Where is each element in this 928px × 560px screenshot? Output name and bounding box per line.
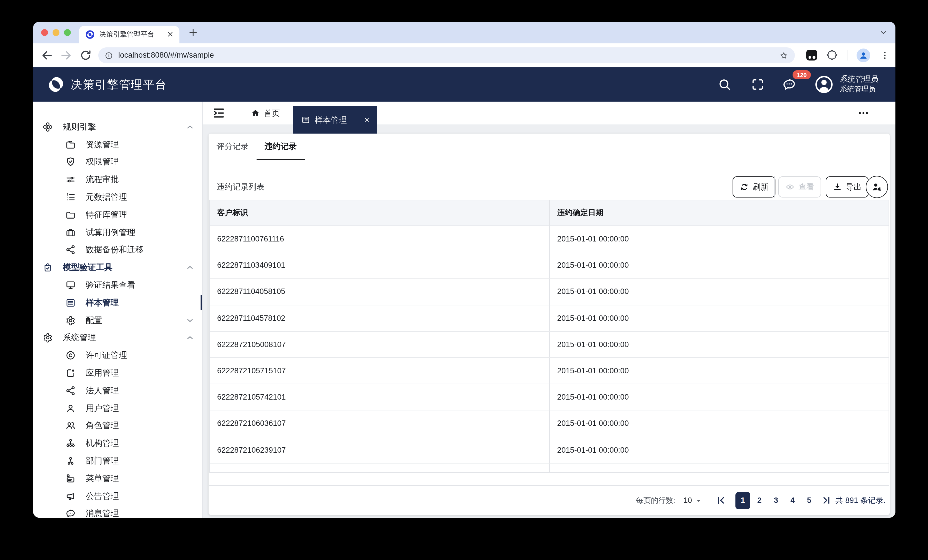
- sidebar-item-megaphone[interactable]: 公告管理: [33, 487, 202, 505]
- bookmark-star-icon[interactable]: [779, 50, 789, 60]
- sidebar-item-share-nodes[interactable]: 数据备份和迁移: [33, 241, 202, 259]
- new-tab-button[interactable]: [188, 27, 198, 38]
- table-row[interactable]: 6222872105742101 2015-01-01 00:00:00: [210, 384, 888, 411]
- sidebar-item-share-nodes[interactable]: 法人管理: [33, 382, 202, 400]
- export-button[interactable]: 导出: [826, 177, 868, 198]
- site-info-icon[interactable]: [105, 51, 113, 60]
- sidebar-item-list-numbered[interactable]: 123 元数据管理: [33, 189, 202, 206]
- sidebar-item-label: 数据备份和迁移: [86, 245, 144, 256]
- pagination-bar: 每页的行数: 10 1 2 3 4 5 共 891 条记录.: [209, 485, 889, 514]
- table-body: 6222871100761116 2015-01-01 00:00:00 622…: [210, 226, 888, 473]
- table-row[interactable]: 6222872106036107 2015-01-01 00:00:00: [210, 411, 888, 437]
- sidebar-item-label: 用户管理: [86, 403, 119, 414]
- sidebar-item-gear[interactable]: 配置: [33, 312, 202, 329]
- sidebar-item-org-tree[interactable]: 机构管理: [33, 435, 202, 452]
- page-number-button[interactable]: 1: [736, 492, 750, 509]
- sidebar-item-icon: [65, 315, 76, 326]
- sidebar-item-label: 资源管理: [86, 139, 119, 150]
- browser-menu-icon[interactable]: [880, 49, 890, 62]
- sidebar-item-shield-check[interactable]: 权限管理: [33, 153, 202, 171]
- fullscreen-icon[interactable]: [750, 77, 765, 92]
- sidebar-item-app-box[interactable]: 应用管理: [33, 364, 202, 382]
- route-tab-active-label: 样本管理: [315, 106, 347, 134]
- page-number-button[interactable]: 4: [785, 492, 800, 509]
- close-tab-icon[interactable]: [166, 30, 174, 38]
- app-logo: [46, 75, 66, 94]
- sidebar-item-icon: 123: [65, 192, 76, 202]
- rows-per-page-caret-icon[interactable]: [695, 497, 702, 505]
- browser-tab-title: 决策引擎管理平台: [99, 26, 154, 43]
- sidebar-item-people[interactable]: 角色管理: [33, 417, 202, 435]
- view-button[interactable]: 查看: [778, 177, 821, 198]
- sidebar-item-briefcase[interactable]: 试算用例管理: [33, 224, 202, 242]
- favicon: [85, 30, 95, 40]
- refresh-button[interactable]: 刷新: [733, 177, 775, 198]
- more-options-icon[interactable]: [858, 107, 869, 119]
- active-tab-underline: [256, 159, 305, 160]
- sidebar-item-bag-check[interactable]: 模型验证工具: [33, 259, 202, 277]
- table-row[interactable]: 6222872106239107 2015-01-01 00:00:00: [210, 437, 888, 463]
- page-number-button[interactable]: 3: [769, 492, 783, 509]
- sidebar-item-cluster[interactable]: 规则引擎: [33, 118, 202, 136]
- cell-customer-id: 6222871104058105: [210, 279, 550, 304]
- last-page-icon[interactable]: [821, 495, 832, 506]
- back-button[interactable]: [40, 49, 54, 62]
- content-card: 评分记录 违约记录 违约记录列表 刷新 查看 导出: [209, 134, 890, 515]
- sidebar-menu: 规则引擎 资源管理 权限管理 流程审批 123 元数据管理 特征库管理 试算用例…: [33, 118, 202, 518]
- route-tab-home-label: 首页: [264, 102, 280, 125]
- table-row[interactable]: 6222871104578102 2015-01-01 00:00:00: [210, 305, 888, 332]
- sidebar-item-monitor[interactable]: 验证结果查看: [33, 276, 202, 294]
- sidebar-item-folder[interactable]: 资源管理: [33, 136, 202, 154]
- sidebar-item-list-box[interactable]: 样本管理: [33, 294, 202, 312]
- table-row[interactable]: 6222872105715107 2015-01-01 00:00:00: [210, 358, 888, 384]
- extension-icon[interactable]: [806, 50, 817, 61]
- table-row[interactable]: 6222871104058105 2015-01-01 00:00:00: [210, 279, 888, 305]
- zoom-window-button[interactable]: [64, 29, 71, 36]
- user-info[interactable]: 系统管理员 系统管理员: [840, 75, 879, 94]
- cell-customer-id: 6222871103409101: [210, 252, 550, 278]
- sidebar-item-dept-tree[interactable]: 部门管理: [33, 452, 202, 470]
- table-row[interactable]: 6222871103409101 2015-01-01 00:00:00: [210, 252, 888, 278]
- user-settings-button[interactable]: [866, 176, 888, 198]
- tab-search-icon[interactable]: [879, 28, 888, 37]
- chevron-icon: [185, 333, 195, 343]
- tab-score-records[interactable]: 评分记录: [217, 134, 249, 159]
- page-number-button[interactable]: 5: [802, 492, 817, 509]
- list-title: 违约记录列表: [217, 177, 264, 198]
- browser-profile-avatar[interactable]: [856, 49, 870, 62]
- url-text: localhost:8080/#/mv/sample: [118, 47, 214, 63]
- messages-icon[interactable]: [782, 77, 797, 92]
- cell-default-date: 2015-01-01 00:00:00: [550, 437, 888, 463]
- sidebar-item-menu-card[interactable]: 菜单管理: [33, 470, 202, 487]
- close-window-button[interactable]: [41, 29, 48, 36]
- first-page-icon[interactable]: [716, 495, 726, 506]
- sidebar-item-chat-dots[interactable]: 消息管理: [33, 505, 202, 518]
- sidebar-item-gear[interactable]: 系统管理: [33, 329, 202, 347]
- cell-default-date: 2015-01-01 00:00:00: [550, 252, 888, 278]
- sidebar-item-person[interactable]: 用户管理: [33, 400, 202, 417]
- cell-customer-id: 6222871100761116: [210, 226, 550, 252]
- rows-per-page-value[interactable]: 10: [684, 486, 692, 515]
- table-row[interactable]: [210, 463, 888, 473]
- browser-tab[interactable]: 决策引擎管理平台: [79, 26, 179, 43]
- address-bar[interactable]: localhost:8080/#/mv/sample: [98, 47, 795, 63]
- home-icon: [251, 108, 260, 117]
- sidebar-item-sliders[interactable]: 流程审批: [33, 171, 202, 189]
- sidebar-item-copyright[interactable]: 许可证管理: [33, 347, 202, 364]
- route-tab-active[interactable]: 样本管理: [293, 106, 377, 134]
- sidebar-item-folder-tab[interactable]: 特征库管理: [33, 206, 202, 224]
- table-row[interactable]: 6222871100761116 2015-01-01 00:00:00: [210, 226, 888, 252]
- reload-button[interactable]: [79, 49, 93, 62]
- table-row[interactable]: 6222872105008107 2015-01-01 00:00:00: [210, 332, 888, 358]
- minimize-window-button[interactable]: [53, 29, 60, 36]
- tab-default-records[interactable]: 违约记录: [264, 134, 296, 159]
- forward-button[interactable]: [60, 49, 73, 62]
- sidebar-collapse-icon[interactable]: [212, 106, 226, 120]
- search-icon[interactable]: [717, 77, 732, 92]
- extensions-puzzle-icon[interactable]: [826, 49, 838, 61]
- column-header-default-date: 违约确定日期: [550, 200, 888, 225]
- close-route-tab-icon[interactable]: [363, 116, 370, 123]
- sidebar-item-icon: [65, 420, 76, 431]
- page-number-button[interactable]: 2: [752, 492, 767, 509]
- user-avatar[interactable]: [814, 74, 834, 95]
